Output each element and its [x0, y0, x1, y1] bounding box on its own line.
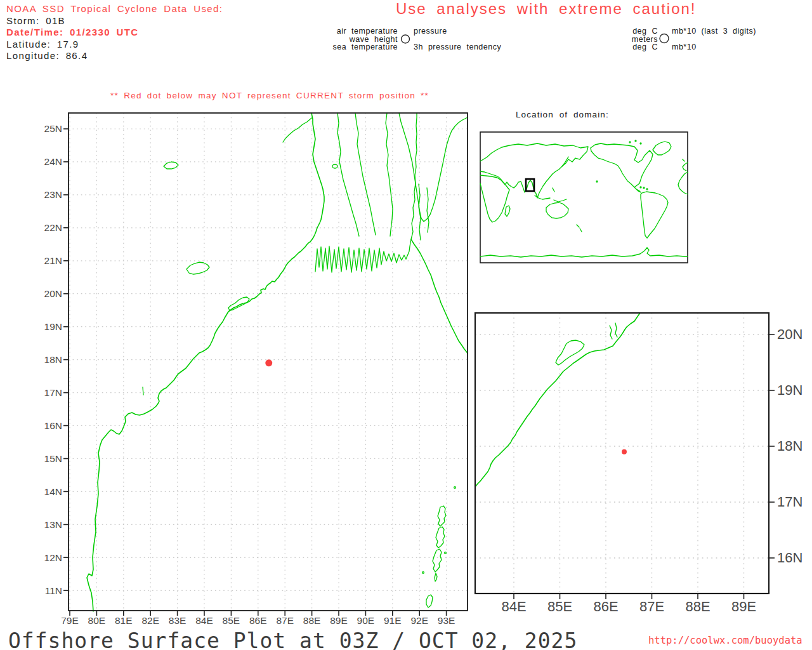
x-tick-label: 82E — [141, 615, 159, 626]
x-tick-label: 87E — [276, 615, 294, 626]
inset-world-coastlines — [480, 140, 688, 257]
y-tick-label: 20N — [44, 288, 62, 299]
y-tick-label: 16N — [44, 420, 62, 431]
x-tick-label: 87E — [639, 599, 664, 614]
y-tick-label: 18N — [777, 438, 802, 454]
x-tick-label: 85E — [223, 615, 240, 626]
station-circle-icon — [402, 35, 410, 43]
y-tick-label: 11N — [45, 585, 62, 596]
zoom-map-coastlines — [475, 313, 640, 487]
y-tick-label: 23N — [44, 189, 62, 200]
x-tick-label: 92E — [410, 615, 428, 626]
x-tick-label: 81E — [115, 615, 133, 626]
y-tick-label: 17N — [44, 387, 62, 398]
x-tick-label: 89E — [731, 599, 756, 614]
y-tick-label: 19N — [777, 382, 802, 398]
x-tick-label: 79E — [61, 615, 79, 626]
x-tick-label: 91E — [384, 615, 402, 626]
x-tick-label: 85E — [547, 599, 572, 614]
page: NOAA SSD Tropical Cyclone Data Used: Sto… — [0, 0, 812, 650]
plot-canvas: 79E80E81E82E83E84E85E86E87E88E89E90E91E9… — [0, 0, 812, 650]
x-tick-label: 89E — [330, 615, 348, 626]
y-tick-label: 17N — [777, 494, 802, 510]
main-map-coastlines — [87, 113, 468, 611]
x-tick-label: 86E — [593, 599, 618, 614]
y-tick-label: 16N — [777, 550, 802, 566]
y-tick-label: 15N — [44, 453, 62, 464]
y-tick-label: 13N — [44, 519, 62, 530]
y-tick-label: 14N — [44, 486, 62, 497]
zoom-map-border — [475, 313, 769, 594]
x-tick-label: 88E — [303, 615, 321, 626]
y-tick-label: 20N — [777, 326, 802, 342]
inset-map-border — [480, 132, 688, 263]
y-tick-label: 22N — [44, 222, 62, 233]
y-tick-label: 21N — [44, 255, 62, 266]
x-tick-label: 86E — [249, 615, 267, 626]
x-tick-label: 88E — [685, 599, 710, 614]
y-tick-label: 18N — [44, 354, 62, 365]
storm-dot-main — [265, 359, 272, 366]
x-tick-label: 84E — [501, 599, 526, 614]
y-tick-label: 19N — [44, 321, 62, 332]
y-tick-label: 25N — [44, 123, 62, 134]
main-map-axes: 79E80E81E82E83E84E85E86E87E88E89E90E91E9… — [44, 123, 455, 626]
y-tick-label: 12N — [44, 552, 62, 563]
inset-world-map — [480, 132, 688, 263]
y-tick-label: 24N — [44, 156, 62, 167]
x-tick-label: 90E — [357, 615, 375, 626]
x-tick-label: 93E — [438, 615, 455, 626]
x-tick-label: 84E — [195, 615, 213, 626]
x-tick-label: 80E — [88, 615, 106, 626]
x-tick-label: 83E — [169, 615, 187, 626]
storm-dot-zoom — [622, 449, 627, 454]
station-circle-units-icon — [660, 34, 669, 43]
zoom-map-gridlines — [475, 313, 769, 594]
